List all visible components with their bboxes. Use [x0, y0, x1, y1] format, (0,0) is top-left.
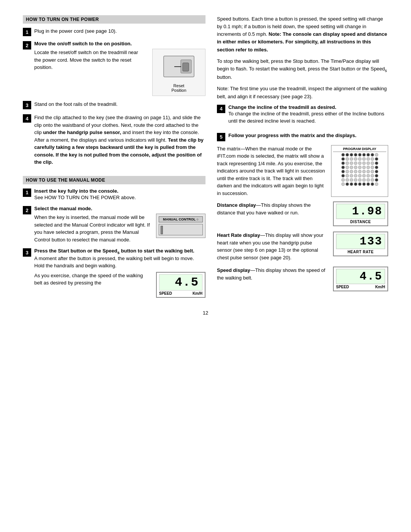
step2-content: Move the on/off switch to the on positio… [34, 41, 206, 96]
right-step5-num: 5 [217, 133, 225, 141]
right-para2-text: To stop the walking belt, press the Stop… [217, 58, 385, 72]
pd-dot [350, 174, 353, 177]
pd-dot [366, 161, 370, 165]
section1-step3: 3 Stand on the foot rails of the treadmi… [23, 101, 206, 109]
s2-step3-bold: Press the Start button or the Speeds but… [34, 248, 206, 255]
pd-dot [358, 153, 362, 157]
pd-dot [371, 153, 374, 157]
program-display-header: PROGRAM DISPLAY [333, 147, 386, 152]
page: HOW TO TURN ON THE POWER 1 Plug in the p… [0, 0, 411, 532]
right-step4: 4 Change the incline of the treadmill as… [217, 104, 388, 125]
reset-label: ResetPosition [171, 83, 186, 93]
speed-lcd-small: 4.5 [159, 274, 202, 291]
pd-dot [341, 170, 345, 173]
pd-dot [354, 178, 357, 182]
speed-display-section: Speed display—This display shows the spe… [217, 267, 388, 291]
s2-step3-bold-text: Press the Start button or the Speed [34, 248, 117, 254]
pd-dot [341, 161, 345, 165]
pd-dot [350, 153, 353, 157]
right-step4-content: Change the incline of the treadmill as d… [228, 104, 388, 125]
pd-dot [341, 157, 345, 161]
section1-header: HOW TO TURN ON THE POWER [23, 15, 206, 24]
heartrate-lcd: 133 [336, 234, 385, 249]
step3-content: Stand on the foot rails of the treadmill… [34, 101, 206, 108]
heartrate-dlabel: HEART RATE [336, 250, 385, 254]
pd-dot [346, 161, 349, 165]
right-para2-end: button. [217, 74, 232, 80]
right-column: Speed buttons. Each time a button is pre… [217, 15, 388, 302]
pd-row-5 [333, 170, 386, 173]
speed-left-label: SPEED [336, 285, 349, 289]
matrix-text: The matrix—When the manual mode or the i… [217, 145, 326, 197]
section2-header: HOW TO USE THE MANUAL MODE [23, 176, 206, 184]
step2-text: Locate the reset/off switch on the tread… [34, 50, 138, 70]
right-step5-content: Follow your progress with the matrix and… [228, 133, 388, 138]
section2-step1: 1 Insert the key fully into the console.… [23, 188, 206, 201]
speed-display-small: 4.5 SPEED Km/H [156, 272, 206, 298]
pd-dot [358, 166, 362, 169]
pd-dot [362, 170, 366, 173]
page-number: 12 [23, 310, 388, 316]
right-para2-sub: s [385, 68, 387, 72]
s2-step3-bold2: button to start the walking belt. [119, 248, 194, 254]
reset-diagram-svg [160, 52, 198, 83]
pd-dot [358, 157, 362, 161]
right-step4-text: To change the incline of the treadmill, … [228, 110, 388, 125]
pd-dot [354, 174, 357, 177]
pd-dot [350, 170, 353, 173]
pd-dot [354, 153, 357, 157]
distance-dlabel: DISTANCE [336, 220, 385, 224]
speed-display-box: 4.5 SPEED Km/H [333, 267, 388, 291]
s2-step3-text1: A moment after the button is pressed, th… [34, 255, 206, 270]
step4-content: Find the clip attached to the key (see t… [34, 114, 206, 166]
pd-row-1 [333, 153, 386, 157]
step4-number: 4 [23, 114, 31, 123]
right-step5-bold: Follow your progress with the matrix and… [228, 133, 388, 138]
pd-dot [375, 157, 378, 161]
speed-right-label: Km/H [375, 285, 385, 289]
pd-row-8 [333, 182, 386, 186]
pd-dot [366, 166, 370, 169]
pd-dot [371, 170, 374, 173]
matrix-text-content: The matrix—When the manual mode or the i… [217, 146, 325, 196]
reset-position-diagram: ResetPosition [152, 49, 206, 96]
pd-row-7 [333, 178, 386, 182]
distance-display-section: Distance display—This display shows the … [217, 201, 388, 226]
speed-label-bold: Speed display [217, 267, 250, 273]
pd-dot [362, 174, 366, 177]
pd-dot [371, 166, 374, 169]
manual-control-label: MANUAL CONTROL ○ [159, 216, 203, 222]
pd-dot [375, 174, 378, 177]
right-para2: To stop the walking belt, press the Stop… [217, 58, 388, 81]
pd-row-2 [333, 157, 386, 161]
pd-dot [362, 153, 366, 157]
right-step5: 5 Follow your progress with the matrix a… [217, 133, 388, 141]
manual-control-diagram: MANUAL CONTROL ○ [156, 214, 206, 238]
pd-dot [375, 153, 378, 157]
pd-row-6 [333, 174, 386, 177]
right-para3: Note: The first time you use the treadmi… [217, 85, 388, 100]
heartrate-display-section: Heart Rate display—This display will sho… [217, 232, 388, 261]
pd-row-3 [333, 161, 386, 165]
pd-dot [366, 170, 370, 173]
manual-control-box [159, 224, 203, 235]
s2-step2-number: 2 [23, 206, 31, 214]
s2-step3-content: Press the Start button or the Speeds but… [34, 248, 206, 298]
s2-step3-text2: As you exercise, change the speed of the… [34, 273, 143, 286]
pd-dot [341, 166, 345, 169]
section1-step1: 1 Plug in the power cord (see page 10). [23, 27, 206, 36]
step3-number: 3 [23, 101, 31, 109]
pd-dot [375, 166, 378, 169]
pd-row-4 [333, 166, 386, 169]
pd-dot [358, 170, 362, 173]
pd-dot [346, 166, 349, 169]
pd-dot [371, 174, 374, 177]
pd-dot [346, 178, 349, 182]
pd-dot [346, 157, 349, 161]
pd-dot [354, 182, 357, 186]
pd-dot [362, 182, 366, 186]
speed-label-right-small: Km/H [193, 291, 202, 296]
distance-label-bold: Distance display [217, 202, 256, 208]
pd-dot [341, 153, 345, 157]
pd-dot [358, 161, 362, 165]
